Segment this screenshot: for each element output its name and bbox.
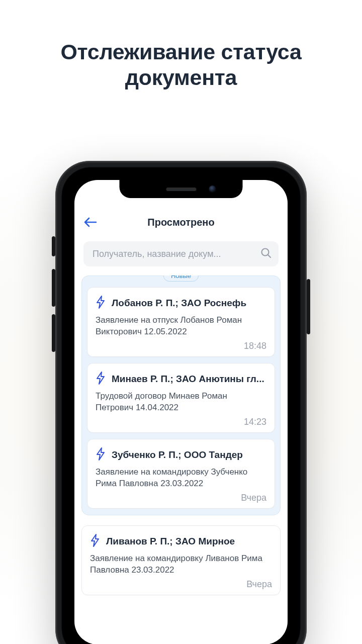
lightning-icon [90,534,100,547]
phone-side-button [307,279,310,334]
page-title: Просмотрено [147,217,214,228]
back-button[interactable] [83,215,98,229]
card-timestamp: 14:23 [96,417,266,427]
promo-title-line2: документа [125,65,237,89]
card-title: Зубченко Р. П.; ООО Тандер [112,449,266,461]
search-placeholder: Получатель, название докум... [93,249,255,259]
phone-side-button [52,269,55,307]
card-header: Лобанов Р. П.; ЗАО Роснефь [96,296,266,311]
phone-camera [209,186,216,193]
phone-screen: Просмотрено Получатель, название докум..… [74,180,288,644]
document-card[interactable]: Ливанов Р. П.; ЗАО МирноеЗаявление на ко… [81,525,281,595]
card-title: Лобанов Р. П.; ЗАО Роснефь [112,298,266,309]
phone-speaker [166,188,196,191]
lightning-icon [96,296,106,309]
promo-title-line1: Отслеживание статуса [60,40,301,64]
search-input[interactable]: Получатель, название докум... [83,241,279,266]
card-header: Зубченко Р. П.; ООО Тандер [96,447,266,463]
lightning-icon [96,447,106,463]
card-header: Минаев Р. П.; ЗАО Анютины гл... [96,372,266,387]
document-card[interactable]: Минаев Р. П.; ЗАО Анютины гл...Трудовой … [87,363,275,433]
phone-mockup: Просмотрено Получатель, название докум..… [55,161,307,644]
section-badge: Новые [163,275,199,282]
search-icon [260,247,272,260]
lightning-icon [96,372,106,385]
search-container: Получатель, название докум... [74,235,288,275]
card-timestamp: 18:48 [96,341,266,351]
phone-bezel: Просмотрено Получатель, название докум..… [61,167,301,644]
phone-notch [120,180,243,198]
app-header: Просмотрено [74,209,288,235]
card-subtitle: Заявление на командировку Ливанов Рима П… [90,553,272,576]
card-title: Минаев Р. П.; ЗАО Анютины гл... [112,374,266,385]
card-subtitle: Заявление на отпуск Лобанов Роман Виктор… [96,315,266,338]
lightning-icon [96,296,106,311]
document-list: НовыеЛобанов Р. П.; ЗАО РоснефьЗаявление… [74,275,288,644]
card-subtitle: Трудовой договор Минаев Роман Петрович 1… [96,391,266,414]
lightning-icon [96,447,106,461]
list-section: НовыеЛобанов Р. П.; ЗАО РоснефьЗаявление… [81,275,281,515]
lightning-icon [90,534,100,549]
phone-side-button [52,314,55,352]
list-section: Ливанов Р. П.; ЗАО МирноеЗаявление на ко… [81,525,281,595]
document-card[interactable]: Лобанов Р. П.; ЗАО РоснефьЗаявление на о… [87,287,275,357]
promo-title: Отслеживание статуса документа [0,0,362,90]
document-card[interactable]: Зубченко Р. П.; ООО ТандерЗаявление на к… [87,439,275,509]
svg-line-1 [268,255,270,257]
phone-side-button [52,236,55,256]
phone-body: Просмотрено Получатель, название докум..… [55,161,307,644]
card-timestamp: Вчера [96,493,266,503]
card-title: Ливанов Р. П.; ЗАО Мирное [106,536,272,547]
card-timestamp: Вчера [90,579,272,590]
app-root: Просмотрено Получатель, название докум..… [74,180,288,644]
lightning-icon [96,372,106,387]
card-header: Ливанов Р. П.; ЗАО Мирное [90,534,272,549]
arrow-left-icon [84,217,97,227]
card-subtitle: Заявление на командировку Зубченко Рима … [96,467,266,490]
